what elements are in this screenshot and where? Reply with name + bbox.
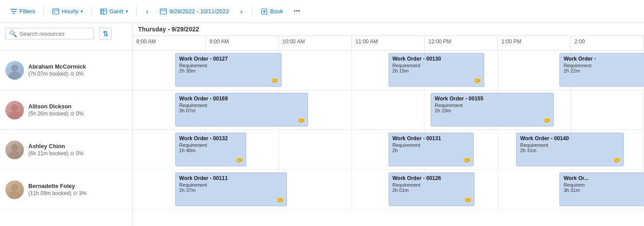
work-order-block[interactable]: Work Order - 00169 Requirement 3h 07m 🤝 xyxy=(175,93,308,126)
work-order-title: Work Or... xyxy=(563,175,644,181)
handshake-icon: 🤝 xyxy=(613,157,621,164)
sidebar-header: 🔍 ⇅ xyxy=(0,23,133,50)
work-order-title: Work Order - 00127 xyxy=(179,56,278,62)
hourly-label: Hourly xyxy=(62,8,78,15)
work-order-duration: 2h 19m xyxy=(435,108,549,113)
work-order-subtitle: Requirement xyxy=(393,182,470,188)
work-order-duration: 2h xyxy=(393,148,470,153)
book-icon xyxy=(261,8,268,15)
svg-point-10 xyxy=(11,184,18,191)
avatar xyxy=(5,101,24,119)
work-order-title: Work Order - 00126 xyxy=(393,175,470,181)
table-row: Work Order - 00132 Requirement 1h 40m 🤝 … xyxy=(133,130,644,170)
resource-meta: (6h 11m booked) ⊙ 0% xyxy=(28,150,84,157)
more-button[interactable]: ··· xyxy=(290,4,304,19)
hour-cell-1: 9:00 AM xyxy=(206,36,279,50)
work-order-duration: 2h 37m xyxy=(179,188,283,193)
separator-1 xyxy=(43,6,44,17)
table-row: Work Order - 00127 Requirement 2h 30m 🤝 … xyxy=(133,50,644,90)
hour-cell-0: 8:00 AM xyxy=(133,36,206,50)
filters-button[interactable]: Filters xyxy=(5,5,40,18)
work-order-block[interactable]: Work Order - 00111 Requirement 2h 37m 🤝 xyxy=(175,172,287,206)
date-range: 9/28/2022 - 10/11/2022 xyxy=(156,6,232,17)
work-order-title: Work Order - xyxy=(563,56,644,62)
work-order-block[interactable]: Work Order - 00130 Requirement 2h 15m 🤝 xyxy=(389,53,485,87)
hour-cell-4: 12:00 PM xyxy=(425,36,498,50)
list-item: Abraham McCormick (7h 07m booked) ⊙ 0% xyxy=(0,50,132,90)
work-order-subtitle: Requirement xyxy=(179,142,243,148)
separator-4 xyxy=(252,6,252,17)
work-order-block[interactable]: Work Or... Requirem 3h 31m 🤝 xyxy=(559,172,644,206)
table-row: Work Order - 00111 Requirement 2h 37m 🤝 … xyxy=(133,170,644,210)
resource-meta: (7h 07m booked) ⊙ 0% xyxy=(28,71,86,77)
work-order-subtitle: Requirement xyxy=(435,103,549,108)
work-order-duration: 3h 31m xyxy=(563,188,644,193)
main-container: 🔍 ⇅ Thursday - 9/29/2022 8:00 AM 9:00 AM… xyxy=(0,23,644,226)
handshake-icon: 🤝 xyxy=(235,157,243,164)
resource-name: Allison Dickson xyxy=(28,103,84,110)
handshake-icon: 🤝 xyxy=(474,77,481,84)
work-order-block[interactable]: Work Order - 00131 Requirement 2h 🤝 xyxy=(389,133,474,166)
work-order-subtitle: Requirement xyxy=(393,63,481,68)
blocks-layer: Work Order - 00111 Requirement 2h 37m 🤝 … xyxy=(133,170,644,209)
handshake-icon: 🤝 xyxy=(463,157,470,164)
prev-button[interactable]: ‹ xyxy=(140,4,154,19)
work-order-duration: 2h 30m xyxy=(179,68,278,73)
svg-point-4 xyxy=(11,65,18,72)
gantt-icon xyxy=(100,8,107,15)
table-row: Work Order - 00169 Requirement 3h 07m 🤝 … xyxy=(133,90,644,130)
work-order-subtitle: Requirement xyxy=(393,142,470,148)
separator-3 xyxy=(136,6,137,17)
list-item: Bernadette Foley (11h 09m booked) ⊙ 3% xyxy=(0,170,132,210)
work-order-block[interactable]: Work Order - 00140 Requirement 2h 31m 🤝 xyxy=(516,133,624,166)
date-range-text: 9/28/2022 - 10/11/2022 xyxy=(170,8,229,15)
resource-name: Ashley Chinn xyxy=(28,143,84,149)
search-input[interactable] xyxy=(19,31,81,37)
svg-point-11 xyxy=(8,191,21,199)
work-order-block[interactable]: Work Order - 00155 Requirement 2h 19m 🤝 xyxy=(431,93,553,126)
work-order-subtitle: Requirem xyxy=(563,182,644,188)
list-item: Ashley Chinn (6h 11m booked) ⊙ 0% xyxy=(0,130,132,170)
schedule-body: Abraham McCormick (7h 07m booked) ⊙ 0% A… xyxy=(0,50,644,226)
work-order-block[interactable]: Work Order - 00126 Requirement 2h 01m 🤝 xyxy=(389,172,474,206)
resource-meta: (5h 26m booked) ⊙ 0% xyxy=(28,111,84,117)
work-order-subtitle: Requirement xyxy=(179,63,278,68)
schedule-header: 🔍 ⇅ Thursday - 9/29/2022 8:00 AM 9:00 AM… xyxy=(0,23,644,50)
svg-rect-2 xyxy=(160,9,166,14)
hourly-chevron: ▾ xyxy=(81,9,83,14)
blocks-layer: Work Order - 00132 Requirement 1h 40m 🤝 … xyxy=(133,130,644,169)
resource-name: Abraham McCormick xyxy=(28,63,86,70)
blocks-layer: Work Order - 00127 Requirement 2h 30m 🤝 … xyxy=(133,50,644,90)
avatar xyxy=(5,61,24,80)
work-order-block[interactable]: Work Order - 00132 Requirement 1h 40m 🤝 xyxy=(175,133,247,166)
work-order-subtitle: Requirement xyxy=(179,103,304,108)
work-order-block[interactable]: Work Order - Requirement 2h 22m 🤝 xyxy=(559,53,644,87)
next-button[interactable]: › xyxy=(234,4,248,19)
gantt-button[interactable]: Gantt ▾ xyxy=(95,5,133,18)
search-box[interactable]: 🔍 xyxy=(5,28,94,39)
svg-rect-0 xyxy=(53,9,59,14)
handshake-icon: 🤝 xyxy=(276,196,284,203)
work-order-block[interactable]: Work Order - 00127 Requirement 2h 30m 🤝 xyxy=(175,53,282,87)
date-label: Thursday - 9/29/2022 xyxy=(133,23,644,36)
work-order-subtitle: Requirement xyxy=(179,182,283,188)
hourly-button[interactable]: Hourly ▾ xyxy=(47,5,88,18)
work-order-duration: 3h 07m xyxy=(179,108,304,113)
gantt-label: Gantt xyxy=(109,8,123,15)
avatar xyxy=(5,141,24,159)
work-order-title: Work Order - 00140 xyxy=(520,135,620,142)
timeline-area: Work Order - 00127 Requirement 2h 30m 🤝 … xyxy=(133,50,644,226)
hour-cell-5: 1:00 PM xyxy=(498,36,571,50)
svg-point-5 xyxy=(8,72,21,80)
handshake-icon: 🤝 xyxy=(297,117,305,124)
work-order-title: Work Order - 00169 xyxy=(179,96,304,102)
book-button[interactable]: Book xyxy=(256,5,288,18)
work-order-duration: 2h 31m xyxy=(520,148,620,153)
book-label: Book xyxy=(270,8,283,15)
sort-button[interactable]: ⇅ xyxy=(99,27,112,40)
avatar xyxy=(5,180,24,199)
filter-icon xyxy=(10,8,17,15)
resource-info: Abraham McCormick (7h 07m booked) ⊙ 0% xyxy=(28,63,86,77)
work-order-subtitle: Requirement xyxy=(563,63,644,68)
more-label: ··· xyxy=(293,7,300,16)
